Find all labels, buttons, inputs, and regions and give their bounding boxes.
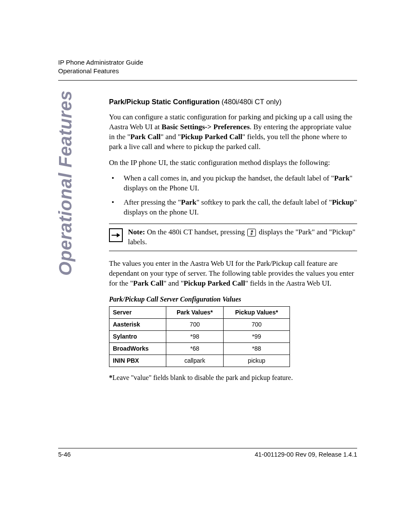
paragraph-3: The values you enter in the Aastra Web U… — [109, 259, 357, 289]
page-footer: 5-46 41-001129-00 Rev 09, Release 1.4.1 — [58, 448, 357, 458]
section-title: Park/Pickup Static Configuration (480i/4… — [109, 97, 357, 106]
bullet-icon: • — [109, 198, 124, 218]
section-title-bold: Park/Pickup Static Configuration — [109, 98, 220, 106]
note-callout: Note: On the 480i CT handset, pressing d… — [109, 224, 357, 251]
page-header: IP Phone Administrator Guide Operational… — [58, 58, 357, 81]
table-row: ININ PBX callpark pickup — [109, 355, 290, 367]
header-line-1: IP Phone Administrator Guide — [58, 58, 357, 67]
table-header-row: Server Park Values* Pickup Values* — [109, 307, 290, 319]
table-row: Aasterisk 700 700 — [109, 319, 290, 331]
list-item: • When a call comes in, and you pickup t… — [109, 174, 357, 193]
config-values-table: Server Park Values* Pickup Values* Aaste… — [109, 306, 290, 367]
header-line-2: Operational Features — [58, 67, 357, 75]
feature-key-icon — [247, 229, 256, 236]
main-content: Park/Pickup Static Configuration (480i/4… — [109, 97, 357, 383]
document-page: IP Phone Administrator Guide Operational… — [0, 0, 411, 383]
col-park: Park Values* — [166, 307, 223, 319]
paragraph-1: You can configure a static configuration… — [109, 112, 357, 152]
paragraph-2: On the IP phone UI, the static configura… — [109, 158, 357, 168]
note-text: Note: On the 480i CT handset, pressing d… — [128, 227, 357, 247]
col-server: Server — [109, 307, 166, 319]
side-tab-label: Operational Features — [55, 90, 76, 276]
section-title-suffix: (480i/480i CT only) — [220, 98, 282, 106]
table-caption: Park/Pickup Call Server Configuration Va… — [109, 295, 357, 304]
bullet-icon: • — [109, 174, 124, 193]
list-item: • After pressing the "Park" softkey to p… — [109, 198, 357, 218]
doc-revision: 41-001129-00 Rev 09, Release 1.4.1 — [255, 451, 357, 458]
page-number: 5-46 — [58, 451, 71, 458]
table-row: Sylantro *98 *99 — [109, 331, 290, 343]
table-row: BroadWorks *68 *88 — [109, 343, 290, 355]
arrow-right-icon — [109, 228, 123, 242]
col-pickup: Pickup Values* — [224, 307, 290, 319]
bullet-list: • When a call comes in, and you pickup t… — [109, 174, 357, 218]
table-footnote: *Leave "value" fields blank to disable t… — [109, 373, 357, 383]
